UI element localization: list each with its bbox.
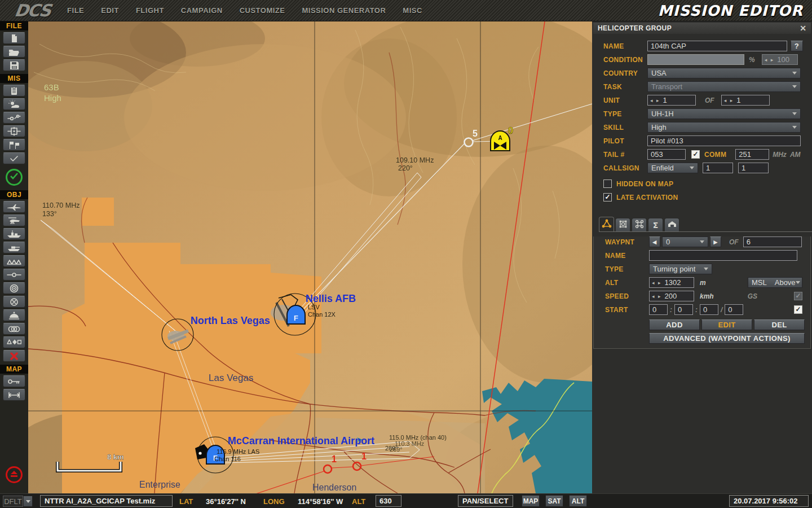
group-properties-panel: HELICOPTER GROUP ✕ NAME ? CONDITION % ◂ … xyxy=(592,21,812,493)
delete-object-button[interactable] xyxy=(3,350,25,362)
task-dropdown: Transport xyxy=(647,81,801,92)
tab-airbase[interactable] xyxy=(664,218,679,231)
callsign-flight-input[interactable] xyxy=(703,163,733,173)
new-mission-button[interactable] xyxy=(3,32,25,44)
late-activation-checkbox[interactable] xyxy=(603,193,612,202)
svg-text:Enterprise: Enterprise xyxy=(139,480,180,489)
waypoint-name-input[interactable] xyxy=(649,250,797,261)
goals-button[interactable] xyxy=(3,152,25,164)
waypoint-type-dropdown[interactable]: Turning point xyxy=(649,264,712,274)
menu-mission-generator[interactable]: MISSION GENERATOR xyxy=(302,6,386,15)
callsign-dropdown[interactable]: Enfield xyxy=(647,163,698,173)
callsign-unit-input[interactable] xyxy=(738,163,769,173)
help-button[interactable]: ? xyxy=(791,41,803,51)
zone-crosshair-icon xyxy=(7,127,21,136)
unit-waypoint-label: 0 xyxy=(508,126,513,135)
menu-file[interactable]: FILE xyxy=(67,6,84,15)
unit-count-spinner[interactable]: ◂ ▸ 1 xyxy=(647,95,696,106)
slash-separator: / xyxy=(721,306,722,314)
alt-label: ALT xyxy=(352,497,365,506)
waypoint-next-button[interactable]: ▸ xyxy=(710,237,721,247)
skill-dropdown[interactable]: High xyxy=(647,122,801,133)
tab-payload[interactable] xyxy=(632,218,647,231)
flags-button[interactable] xyxy=(3,139,25,151)
altitude-label: ALT xyxy=(605,279,649,287)
group-name-input[interactable] xyxy=(647,41,787,51)
layer-select[interactable]: DFLT xyxy=(3,496,23,507)
bullseye-button[interactable] xyxy=(3,282,25,294)
drawing-shapes-button[interactable] xyxy=(3,336,25,348)
briefing-button[interactable] xyxy=(3,85,25,97)
validate-mission-button[interactable] xyxy=(6,169,23,186)
trigger-zone-button[interactable] xyxy=(3,125,25,137)
gs-checkbox xyxy=(794,292,802,300)
bullseye-icon xyxy=(9,284,19,293)
layer-dropdown-button[interactable] xyxy=(23,496,33,507)
delete-waypoint-button[interactable]: DEL xyxy=(754,319,805,330)
status-bar: DFLT NTTR AI_A2A_GCICAP Test.miz LAT 36°… xyxy=(0,493,812,508)
waypoint-select-dropdown[interactable]: 0 xyxy=(662,237,708,247)
add-waypoint-button[interactable]: ADD xyxy=(649,319,700,330)
country-dropdown[interactable]: USA xyxy=(647,68,801,78)
open-mission-button[interactable] xyxy=(3,46,25,58)
start-hours-input[interactable] xyxy=(649,304,668,315)
pilot-name-input[interactable] xyxy=(647,135,801,146)
start-seconds-input[interactable] xyxy=(700,304,718,315)
map-options-button[interactable] xyxy=(3,375,25,387)
tab-group[interactable] xyxy=(615,218,630,231)
panel-tabs: Σ xyxy=(599,217,812,232)
close-icon[interactable]: ✕ xyxy=(800,24,806,33)
triggers-button[interactable] xyxy=(3,112,25,124)
speed-spinner[interactable]: ◂ ▸ 200 xyxy=(649,291,694,301)
airplane-group-button[interactable] xyxy=(3,201,25,213)
hidden-on-map-checkbox[interactable] xyxy=(603,179,612,188)
am-label: AM xyxy=(790,151,801,159)
menu-edit[interactable]: EDIT xyxy=(101,6,119,15)
tail-number-input[interactable] xyxy=(647,149,686,160)
gs-label: GS xyxy=(748,292,757,300)
sigma-icon: Σ xyxy=(653,221,659,230)
altitude-ref-dropdown[interactable]: MSL Above xyxy=(748,277,802,288)
start-day-input[interactable] xyxy=(725,304,743,315)
static-object-button[interactable] xyxy=(3,255,25,267)
start-minutes-input[interactable] xyxy=(674,304,693,315)
sat-view-button[interactable]: SAT xyxy=(545,495,563,507)
green-check-icon xyxy=(9,172,19,182)
ship-group-button[interactable] xyxy=(3,228,25,240)
svg-text:220°: 220° xyxy=(398,164,413,172)
map-view-button[interactable]: MAP xyxy=(522,495,540,507)
comm-freq-input[interactable] xyxy=(735,149,769,160)
measure-distance-button[interactable] xyxy=(3,389,25,401)
vehicle-group-button[interactable] xyxy=(3,242,25,253)
edit-waypoint-button[interactable]: EDIT xyxy=(701,319,752,330)
helicopter-group-button[interactable] xyxy=(3,214,25,226)
condition-spinner: ◂ ▸ 100 xyxy=(762,54,798,65)
exit-editor-button[interactable] xyxy=(6,466,23,483)
altitude-spinner[interactable]: ◂ ▸ 1302 xyxy=(649,277,694,288)
map-canvas[interactable]: F F 5 1 1 xyxy=(28,21,592,493)
waypoint-prev-button[interactable]: ◂ xyxy=(649,237,660,247)
start-time-checkbox[interactable] xyxy=(794,305,802,314)
alt-view-button[interactable]: ALT xyxy=(569,495,587,507)
save-mission-button[interactable] xyxy=(3,59,25,71)
unit-total-spinner[interactable]: ◂ ▸ 1 xyxy=(721,95,770,106)
route-tool-button[interactable] xyxy=(3,269,25,281)
ship-icon xyxy=(7,230,21,238)
menu-misc[interactable]: MISC xyxy=(403,6,422,15)
farp-button[interactable] xyxy=(3,309,25,321)
unit-type-letter: A xyxy=(498,135,502,141)
tab-route[interactable] xyxy=(599,217,614,231)
tab-summary[interactable]: Σ xyxy=(648,218,663,231)
weather-button[interactable] xyxy=(3,98,25,110)
advanced-waypoint-actions-button[interactable]: ADVANCED (WAYPOINT ACTIONS) xyxy=(649,333,805,344)
comm-checkbox[interactable] xyxy=(691,150,700,159)
type-dropdown[interactable]: UH-1H xyxy=(647,108,801,119)
clipboard-icon xyxy=(8,86,20,95)
menu-customize[interactable]: CUSTOMIZE xyxy=(240,6,285,15)
menu-campaign[interactable]: CAMPAIGN xyxy=(181,6,223,15)
spinner-arrows-icon: ◂ ▸ xyxy=(765,57,775,63)
menu-flight[interactable]: FLIGHT xyxy=(136,6,164,15)
panel-header[interactable]: HELICOPTER GROUP ✕ xyxy=(593,23,811,34)
restricted-zone-button[interactable] xyxy=(3,296,25,308)
template-button[interactable] xyxy=(3,323,25,335)
